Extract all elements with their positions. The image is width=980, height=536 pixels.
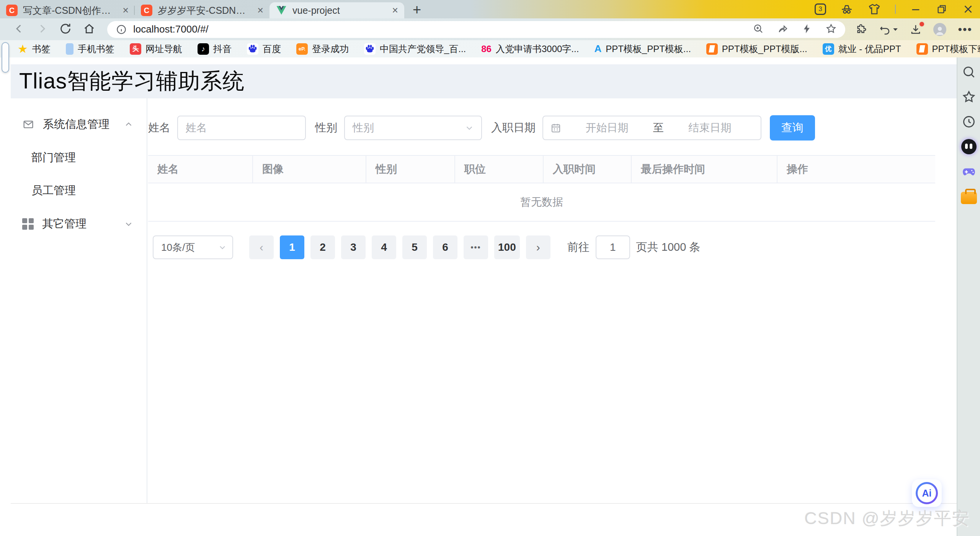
table-empty-state: 暂无数据 bbox=[148, 183, 935, 222]
page-button-3[interactable]: 3 bbox=[341, 235, 366, 259]
bookmark-item[interactable]: 86 入党申请书3000字... bbox=[481, 43, 579, 55]
theme-tshirt-icon[interactable] bbox=[867, 2, 881, 16]
share-icon[interactable] bbox=[777, 23, 789, 36]
downloads-icon[interactable] bbox=[910, 23, 922, 36]
bookmark-label: 网址导航 bbox=[145, 43, 182, 55]
app-main: 姓名 性别 性别 入职日期 bbox=[147, 98, 957, 503]
pagination: 10条/页 ‹ 1 2 3 4 5 6 ••• 100 › 前往 bbox=[153, 235, 957, 259]
gender-placeholder: 性别 bbox=[353, 121, 464, 135]
vue-favicon-icon bbox=[276, 5, 287, 16]
back-button[interactable] bbox=[13, 23, 25, 36]
tab-count-button[interactable]: 3 bbox=[815, 3, 826, 15]
search-form: 姓名 性别 性别 入职日期 bbox=[148, 115, 957, 141]
bookmark-label: 百度 bbox=[263, 43, 281, 55]
panel-favorites-icon[interactable] bbox=[961, 89, 977, 105]
page-button-2[interactable]: 2 bbox=[310, 235, 335, 259]
bookmark-label: PPT模板下载_PPT... bbox=[932, 43, 980, 55]
end-date-placeholder[interactable]: 结束日期 bbox=[666, 121, 754, 135]
history-undo-icon[interactable] bbox=[879, 23, 898, 36]
extensions-puzzle-icon[interactable] bbox=[855, 23, 867, 36]
tab-csdn-editor[interactable]: C 写文章-CSDN创作中心 × bbox=[0, 2, 135, 18]
bookmark-item[interactable]: PPT模板下载_PPT... bbox=[916, 43, 980, 55]
tlias-app: Tlias智能学习辅助系统 系统信息管理 部门管理 bbox=[11, 64, 957, 504]
ai-button[interactable]: Ai bbox=[916, 482, 938, 504]
prev-page-button[interactable]: ‹ bbox=[249, 235, 274, 259]
panel-search-icon[interactable] bbox=[961, 64, 977, 80]
bookmark-item[interactable]: 手机书签 bbox=[66, 43, 114, 55]
new-tab-button[interactable]: + bbox=[413, 2, 421, 17]
close-window-button[interactable] bbox=[962, 3, 975, 16]
bookmark-label: 手机书签 bbox=[78, 43, 114, 55]
tab-vue-project[interactable]: vue-project × bbox=[270, 2, 404, 18]
name-label: 姓名 bbox=[148, 120, 170, 136]
date-separator: 至 bbox=[651, 121, 666, 135]
date-range-picker[interactable]: 开始日期 至 结束日期 bbox=[542, 116, 761, 140]
address-bar[interactable]: localhost:7000/#/ bbox=[107, 21, 845, 38]
sidebar-group-other-mgmt[interactable]: 其它管理 bbox=[11, 207, 147, 241]
ppt-door-icon bbox=[916, 43, 928, 55]
grid-icon bbox=[22, 218, 34, 230]
panel-history-icon[interactable] bbox=[961, 114, 977, 129]
csdn-favicon-icon: C bbox=[141, 5, 152, 16]
zoom-in-icon[interactable] bbox=[753, 23, 764, 36]
url-text[interactable]: localhost:7000/#/ bbox=[133, 23, 740, 35]
bookmark-item[interactable]: A PPT模板_PPT模板... bbox=[594, 43, 691, 55]
page-size-value: 10条/页 bbox=[161, 241, 218, 254]
page-button-4[interactable]: 4 bbox=[372, 235, 396, 259]
search-button[interactable]: 查询 bbox=[770, 115, 815, 141]
bookmark-item[interactable]: PPT模板_PPT模版... bbox=[706, 43, 807, 55]
page-size-select[interactable]: 10条/页 bbox=[153, 235, 233, 259]
gender-select[interactable]: 性别 bbox=[344, 116, 482, 140]
bookmarks-bar: ★ 书签 手机书签 头 网址导航 ♪ 抖音 百度 eP. 登录成功 bbox=[0, 40, 980, 57]
page-button-5[interactable]: 5 bbox=[402, 235, 427, 259]
page-button-6[interactable]: 6 bbox=[433, 235, 457, 259]
panel-workspace-icon[interactable] bbox=[961, 192, 977, 204]
edge-sidebar-handle[interactable] bbox=[2, 42, 9, 73]
forward-button[interactable] bbox=[36, 23, 48, 36]
goto-page-input[interactable] bbox=[596, 235, 630, 259]
hire-date-label: 入职日期 bbox=[491, 120, 536, 136]
ppt-door-icon bbox=[706, 43, 718, 55]
download-badge bbox=[919, 21, 925, 27]
tab-close-icon[interactable]: × bbox=[122, 5, 129, 16]
ai-floating-widget[interactable]: Ai bbox=[912, 479, 942, 507]
more-pages-button[interactable]: ••• bbox=[464, 235, 488, 259]
ep-icon: eP. bbox=[296, 43, 308, 55]
bookmark-label: PPT模板_PPT模板... bbox=[606, 43, 691, 55]
site-info-icon[interactable] bbox=[116, 24, 127, 35]
maximize-restore-button[interactable] bbox=[936, 3, 948, 15]
douyin-icon: ♪ bbox=[198, 43, 209, 55]
page-button-1[interactable]: 1 bbox=[280, 235, 304, 259]
refresh-button[interactable] bbox=[59, 22, 72, 37]
sidebar-item-department-mgmt[interactable]: 部门管理 bbox=[11, 141, 147, 174]
lightning-icon[interactable] bbox=[802, 23, 812, 36]
sidebar-group-system-info[interactable]: 系统信息管理 bbox=[11, 108, 147, 141]
next-page-button[interactable]: › bbox=[526, 235, 550, 259]
favorite-star-icon[interactable] bbox=[825, 23, 837, 36]
tab-close-icon[interactable]: × bbox=[257, 5, 263, 16]
panel-games-icon[interactable] bbox=[961, 164, 977, 179]
profile-avatar[interactable] bbox=[933, 23, 946, 36]
bookmark-item[interactable]: 优 就业 - 优品PPT bbox=[823, 43, 901, 55]
bookmark-item[interactable]: 头 网址导航 bbox=[130, 43, 182, 55]
bookmark-item[interactable]: 中国共产党领导_百... bbox=[364, 43, 466, 55]
toutiao-icon: 头 bbox=[130, 43, 141, 55]
tab-close-icon[interactable]: × bbox=[392, 5, 398, 16]
panel-ai-assistant-icon[interactable] bbox=[961, 139, 977, 154]
page-button-100[interactable]: 100 bbox=[494, 235, 520, 259]
incognito-icon[interactable] bbox=[840, 2, 854, 16]
browser-menu-icon[interactable]: ••• bbox=[958, 23, 972, 36]
bookmark-item[interactable]: eP. 登录成功 bbox=[296, 43, 349, 55]
sidebar-group-label: 系统信息管理 bbox=[43, 117, 124, 132]
bookmark-label: 中国共产党领导_百... bbox=[380, 43, 466, 55]
home-button[interactable] bbox=[83, 22, 96, 37]
bookmark-item[interactable]: 百度 bbox=[247, 43, 281, 55]
name-input[interactable] bbox=[178, 122, 305, 134]
sidebar-item-employee-mgmt[interactable]: 员工管理 bbox=[11, 174, 147, 207]
start-date-placeholder[interactable]: 开始日期 bbox=[563, 121, 651, 135]
column-header-position: 职位 bbox=[455, 156, 544, 183]
minimize-button[interactable] bbox=[910, 3, 922, 15]
bookmark-item[interactable]: ♪ 抖音 bbox=[198, 43, 232, 55]
tab-csdn-blog[interactable]: C 岁岁岁平安-CSDN博客 × bbox=[135, 2, 270, 18]
bookmark-item[interactable]: ★ 书签 bbox=[18, 43, 51, 55]
